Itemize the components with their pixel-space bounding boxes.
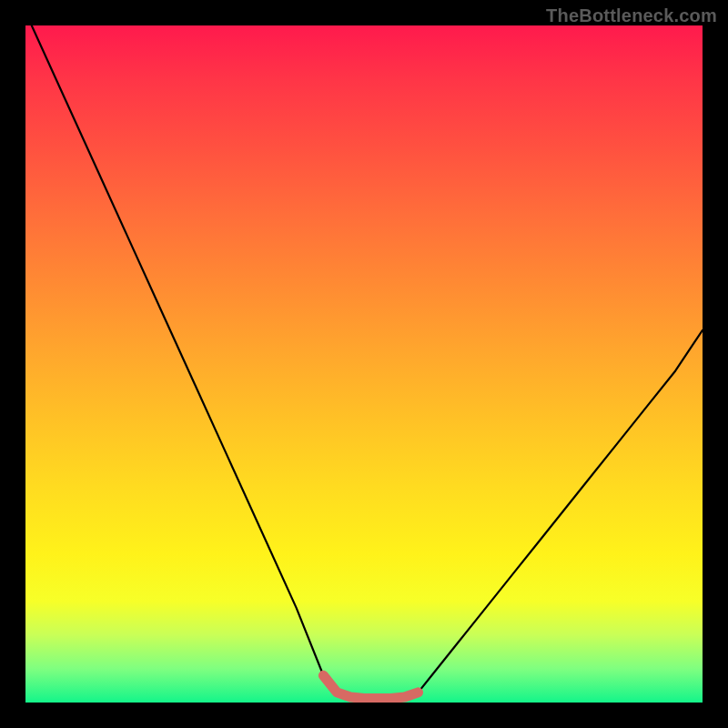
sweet-spot-highlight-path [323,675,418,698]
chart-frame: TheBottleneck.com [0,0,728,728]
plot-gradient-background [25,25,703,703]
bottleneck-curve-path [25,25,703,699]
watermark-text: TheBottleneck.com [546,5,717,26]
plot-svg [25,25,703,703]
